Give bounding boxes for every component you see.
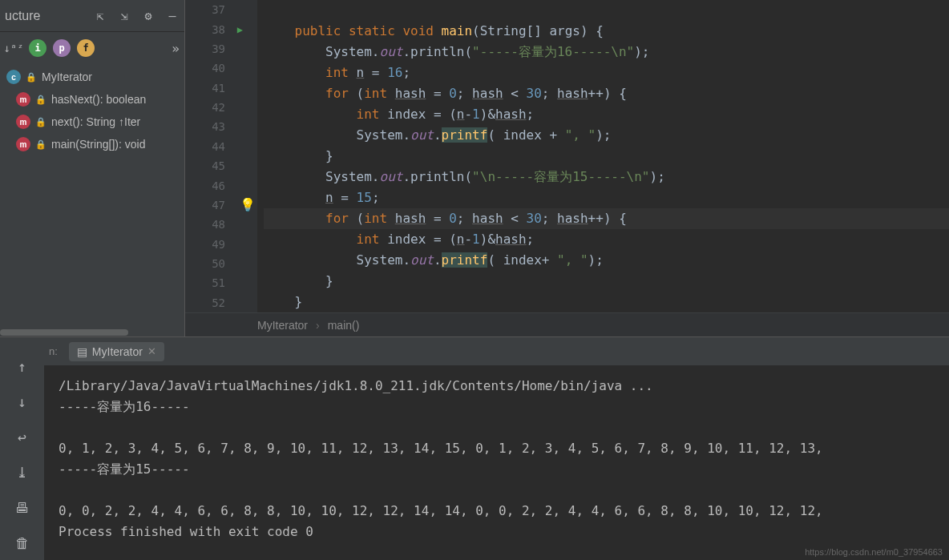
gutter-line[interactable]: 45 xyxy=(185,156,257,175)
bulb-icon[interactable]: 💡 xyxy=(240,197,256,212)
tree-method-item[interactable]: m🔒next(): String ↑Iter xyxy=(0,111,184,133)
run-tab[interactable]: ▤ MyIterator ✕ xyxy=(69,342,164,361)
close-icon[interactable]: ✕ xyxy=(147,345,156,357)
tree-class-label: MyIterator xyxy=(42,71,92,83)
gutter-line[interactable]: 47💡 xyxy=(185,195,257,215)
gutter-line[interactable]: 41 xyxy=(185,79,257,98)
gutter-line[interactable]: 48 xyxy=(185,215,257,234)
gear-icon[interactable]: ⚙ xyxy=(141,9,155,23)
run-label: n: xyxy=(49,345,69,357)
gutter-line[interactable]: 39 xyxy=(185,39,257,58)
structure-tree: c 🔒 MyIterator m🔒hasNext(): booleanm🔒nex… xyxy=(0,64,184,328)
code-line[interactable]: } xyxy=(264,271,949,292)
structure-title: ucture xyxy=(5,9,40,23)
code-line[interactable]: } xyxy=(264,292,949,312)
lock-icon: 🔒 xyxy=(35,95,46,105)
class-icon: c xyxy=(6,70,21,84)
gutter-line[interactable]: 42 xyxy=(185,98,257,117)
print-icon[interactable]: 🖶 xyxy=(13,498,32,517)
run-gutter-icon[interactable]: ▶ xyxy=(237,24,243,35)
hscroll-thumb[interactable] xyxy=(0,329,128,336)
run-tab-label: MyIterator xyxy=(92,345,143,358)
tree-class-item[interactable]: c 🔒 MyIterator xyxy=(0,66,184,88)
lock-icon: 🔒 xyxy=(26,72,37,83)
method-icon: m xyxy=(16,92,30,107)
tree-method-item[interactable]: m🔒hasNext(): boolean xyxy=(0,88,184,111)
code-line[interactable]: for (int hash = 0; hash < 30; hash++) { xyxy=(264,83,949,104)
breadcrumb-method[interactable]: main() xyxy=(328,319,360,332)
code-line[interactable]: System.out.println("\n-----容量为15-----\n"… xyxy=(264,167,949,187)
method-icon: m xyxy=(16,137,30,151)
gutter-line[interactable]: 37 xyxy=(185,0,257,19)
filter-interface-badge[interactable]: i xyxy=(29,39,46,57)
tree-method-label: next(): String ↑Iter xyxy=(51,115,140,128)
editor-area: 3738▶394041424344454647💡4849505152 publi… xyxy=(185,0,949,336)
code-line[interactable]: System.out.println("-----容量为16-----\n"); xyxy=(264,42,949,62)
gutter-line[interactable]: 43 xyxy=(185,117,257,136)
code-line[interactable]: for (int hash = 0; hash < 30; hash++) { xyxy=(264,208,949,229)
gutter-line[interactable]: 50 xyxy=(185,254,257,273)
tree-method-label: hasNext(): boolean xyxy=(51,93,146,106)
gutter-line[interactable]: 46 xyxy=(185,175,257,195)
editor-gutter[interactable]: 3738▶394041424344454647💡4849505152 xyxy=(185,0,257,312)
method-icon: m xyxy=(16,115,30,129)
breadcrumb-sep-icon: › xyxy=(316,319,320,332)
gutter-line[interactable]: 40 xyxy=(185,58,257,78)
run-tabs: n: ▤ MyIterator ✕ xyxy=(44,337,949,366)
console-output[interactable]: /Library/Java/JavaVirtualMachines/jdk1.8… xyxy=(44,366,949,560)
collapse-icon[interactable]: ⇱ xyxy=(93,9,107,23)
structure-toolbar: ucture ⇱ ⇲ ⚙ — xyxy=(0,0,184,32)
step-down-icon[interactable]: ↓ xyxy=(13,392,32,411)
code-line[interactable]: int index = (n-1)&hash; xyxy=(264,104,949,125)
code-line[interactable]: n = 15; xyxy=(264,187,949,208)
code-line[interactable]: System.out.printf( index + ", "); xyxy=(264,125,949,146)
more-icon[interactable]: » xyxy=(172,41,180,56)
run-toolstrip: ↑ ↓ ↩ ⤓ 🖶 🗑 xyxy=(0,337,44,560)
code-line[interactable] xyxy=(264,0,949,21)
code-line[interactable]: public static void main(String[] args) { xyxy=(264,21,949,42)
structure-panel: ucture ⇱ ⇲ ⚙ — ↓ᵃᶻ i p f » c 🔒 MyIterato… xyxy=(0,0,185,336)
breadcrumb: MyIterator › main() xyxy=(185,312,949,336)
expand-icon[interactable]: ⇲ xyxy=(117,9,131,23)
gutter-line[interactable]: 44 xyxy=(185,137,257,156)
soft-wrap-icon[interactable]: ↩ xyxy=(13,427,32,446)
tree-method-label: main(String[]): void xyxy=(51,138,145,151)
minimize-icon[interactable]: — xyxy=(165,9,180,23)
run-section: ↑ ↓ ↩ ⤓ 🖶 🗑 n: ▤ MyIterator ✕ /Library/J… xyxy=(0,336,949,560)
run-tab-icon: ▤ xyxy=(77,345,87,358)
editor-code[interactable]: public static void main(String[] args) {… xyxy=(257,0,949,312)
gutter-line[interactable]: 51 xyxy=(185,273,257,292)
run-panel: n: ▤ MyIterator ✕ /Library/Java/JavaVirt… xyxy=(44,337,949,560)
watermark: https://blog.csdn.net/m0_37954663 xyxy=(805,547,943,557)
code-line[interactable]: } xyxy=(264,146,949,167)
structure-filters: ↓ᵃᶻ i p f » xyxy=(0,32,184,64)
filter-fields-badge[interactable]: f xyxy=(77,39,95,57)
trash-icon[interactable]: 🗑 xyxy=(13,533,32,552)
lock-icon: 🔒 xyxy=(35,117,46,127)
structure-hscroll[interactable] xyxy=(0,328,184,336)
breadcrumb-class[interactable]: MyIterator xyxy=(257,319,308,332)
sort-az-icon[interactable]: ↓ᵃᶻ xyxy=(5,39,22,57)
scroll-end-icon[interactable]: ⤓ xyxy=(13,462,32,481)
gutter-line[interactable]: 52 xyxy=(185,293,257,312)
step-up-icon[interactable]: ↑ xyxy=(13,357,32,376)
code-line[interactable]: int index = (n-1)&hash; xyxy=(264,229,949,250)
filter-properties-badge[interactable]: p xyxy=(53,39,71,57)
gutter-line[interactable]: 38▶ xyxy=(185,19,257,38)
tree-method-item[interactable]: m🔒main(String[]): void xyxy=(0,133,184,155)
gutter-line[interactable]: 49 xyxy=(185,235,257,254)
code-line[interactable]: int n = 16; xyxy=(264,62,949,83)
code-line[interactable]: System.out.printf( index+ ", "); xyxy=(264,250,949,271)
lock-icon: 🔒 xyxy=(35,139,46,150)
